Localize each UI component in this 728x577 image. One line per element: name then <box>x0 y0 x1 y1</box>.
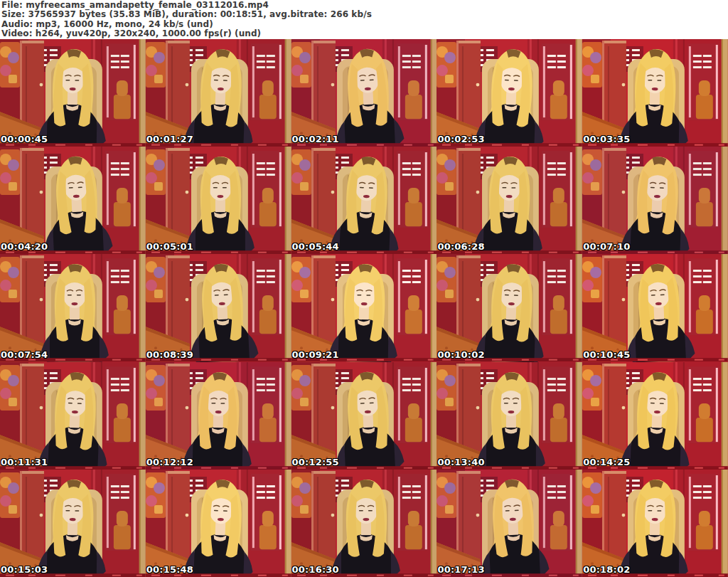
timestamp-overlay: 00:07:54 <box>1 349 48 360</box>
video-thumbnail: 00:08:39 <box>146 254 291 361</box>
thumbnail-image <box>0 470 146 577</box>
video-thumbnail: 00:18:02 <box>582 470 728 577</box>
thumbnail-image <box>0 362 146 470</box>
thumbnail-image <box>0 147 146 254</box>
timestamp-overlay: 00:11:31 <box>1 457 48 467</box>
thumbnail-grid: 00:00:45 <box>0 39 728 577</box>
timestamp-overlay: 00:06:28 <box>437 241 484 252</box>
timestamp-overlay: 00:14:25 <box>583 457 630 467</box>
video-thumbnail: 00:00:45 <box>0 39 146 147</box>
thumbnail-image <box>146 362 291 470</box>
timestamp-overlay: 00:09:21 <box>292 349 339 360</box>
thumbnail-image <box>437 470 582 577</box>
thumbnail-image <box>146 470 291 577</box>
thumbnail-image <box>146 39 291 147</box>
thumbnail-image <box>437 362 582 470</box>
video-thumbnail: 00:10:45 <box>582 254 728 361</box>
thumbnail-image <box>582 362 728 470</box>
thumbnail-image <box>291 470 437 577</box>
timestamp-overlay: 00:17:13 <box>437 564 484 575</box>
video-thumbnail: 00:09:21 <box>291 254 437 361</box>
thumbnail-image <box>582 147 728 254</box>
video-thumbnail: 00:12:12 <box>146 362 291 470</box>
timestamp-overlay: 00:03:35 <box>583 134 630 144</box>
video-thumbnail: 00:10:02 <box>437 254 582 361</box>
thumbnail-image <box>437 39 582 147</box>
timestamp-overlay: 00:04:20 <box>1 241 48 252</box>
contact-sheet: File: myfreecams_amandapetty_female_0311… <box>0 0 728 577</box>
video-thumbnail: 00:05:01 <box>146 147 291 254</box>
metadata-header: File: myfreecams_amandapetty_female_0311… <box>0 0 728 39</box>
thumbnail-image <box>437 254 582 361</box>
video-thumbnail: 00:15:48 <box>146 470 291 577</box>
timestamp-overlay: 00:15:03 <box>1 564 48 575</box>
thumbnail-image <box>291 362 437 470</box>
timestamp-overlay: 00:12:12 <box>146 457 193 467</box>
video-thumbnail: 00:06:28 <box>437 147 582 254</box>
timestamp-overlay: 00:00:45 <box>1 134 48 144</box>
timestamp-overlay: 00:02:53 <box>437 134 484 144</box>
video-thumbnail: 00:07:10 <box>582 147 728 254</box>
thumbnail-image <box>437 147 582 254</box>
timestamp-overlay: 00:07:10 <box>583 241 630 252</box>
metadata-line-audio: Audio: mp3, 16000 Hz, mono, 24 kb/s (und… <box>1 20 728 29</box>
timestamp-overlay: 00:15:48 <box>146 564 193 575</box>
thumbnail-image <box>291 254 437 361</box>
thumbnail-image <box>0 39 146 147</box>
thumbnail-image <box>291 39 437 147</box>
metadata-line-size: Size: 37565937 bytes (35.83 MiB), durati… <box>1 10 728 19</box>
timestamp-overlay: 00:12:55 <box>292 457 339 467</box>
video-thumbnail: 00:01:27 <box>146 39 291 147</box>
video-thumbnail: 00:03:35 <box>582 39 728 147</box>
video-thumbnail: 00:12:55 <box>291 362 437 470</box>
timestamp-overlay: 00:13:40 <box>437 457 484 467</box>
video-thumbnail: 00:02:53 <box>437 39 582 147</box>
video-thumbnail: 00:07:54 <box>0 254 146 361</box>
timestamp-overlay: 00:05:44 <box>292 241 339 252</box>
timestamp-overlay: 00:16:30 <box>292 564 339 575</box>
video-thumbnail: 00:16:30 <box>291 470 437 577</box>
thumbnail-image <box>582 254 728 361</box>
video-thumbnail: 00:14:25 <box>582 362 728 470</box>
video-thumbnail: 00:04:20 <box>0 147 146 254</box>
video-thumbnail: 00:11:31 <box>0 362 146 470</box>
timestamp-overlay: 00:10:45 <box>583 349 630 360</box>
timestamp-overlay: 00:18:02 <box>583 564 630 575</box>
video-thumbnail: 00:15:03 <box>0 470 146 577</box>
thumbnail-image <box>582 470 728 577</box>
metadata-line-file: File: myfreecams_amandapetty_female_0311… <box>1 1 728 10</box>
video-thumbnail: 00:17:13 <box>437 470 582 577</box>
timestamp-overlay: 00:02:11 <box>292 134 339 144</box>
thumbnail-image <box>291 147 437 254</box>
video-thumbnail: 00:02:11 <box>291 39 437 147</box>
timestamp-overlay: 00:01:27 <box>146 134 193 144</box>
timestamp-overlay: 00:08:39 <box>146 349 193 360</box>
timestamp-overlay: 00:05:01 <box>146 241 193 252</box>
thumbnail-image <box>146 254 291 361</box>
video-thumbnail: 00:05:44 <box>291 147 437 254</box>
timestamp-overlay: 00:10:02 <box>437 349 484 360</box>
thumbnail-image <box>582 39 728 147</box>
thumbnail-image <box>146 147 291 254</box>
video-thumbnail: 00:13:40 <box>437 362 582 470</box>
thumbnail-image <box>0 254 146 361</box>
metadata-line-video: Video: h264, yuv420p, 320x240, 1000.00 f… <box>1 29 728 38</box>
